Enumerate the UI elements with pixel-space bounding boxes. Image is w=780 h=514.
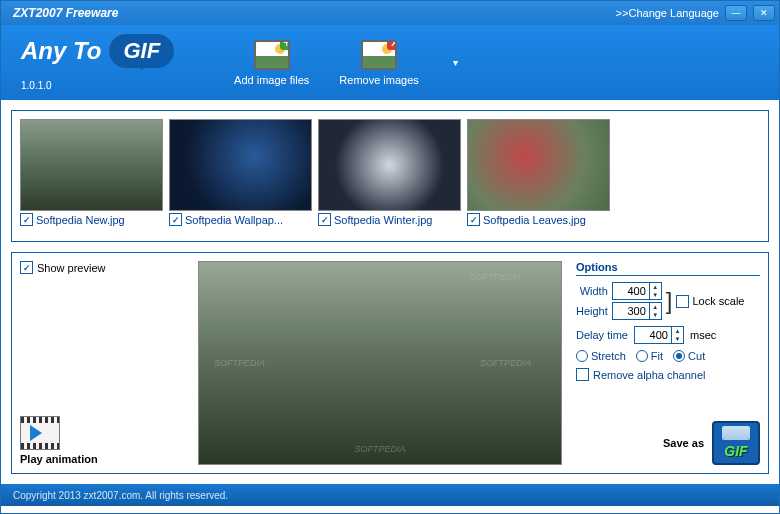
header: Any To GIF 1.0.1.0 + Add image files ✕ R… <box>1 25 779 100</box>
version-label: 1.0.1.0 <box>21 80 174 91</box>
thumbnail-image <box>467 119 610 211</box>
show-preview-checkbox[interactable]: ✓ <box>20 261 33 274</box>
thumbnail-filename: Softpedia Wallpap... <box>185 214 283 226</box>
delay-value[interactable] <box>635 327 671 343</box>
brand-gif: GIF <box>109 34 174 68</box>
add-images-button[interactable]: + Add image files <box>234 40 309 86</box>
height-up[interactable]: ▲ <box>650 303 661 311</box>
minimize-button[interactable]: — <box>725 5 747 21</box>
width-value[interactable] <box>613 283 649 299</box>
film-icon <box>20 416 60 450</box>
thumbnail-checkbox[interactable]: ✓ <box>318 213 331 226</box>
lock-scale-checkbox[interactable] <box>676 295 689 308</box>
thumbnail-checkbox[interactable]: ✓ <box>467 213 480 226</box>
show-preview-row: ✓ Show preview <box>20 261 190 274</box>
thumbnail-item[interactable]: ✓ Softpedia Winter.jpg <box>318 119 461 233</box>
footer: Copyright 2013 zxt2007.com. All rights r… <box>1 484 779 506</box>
thumbnail-image <box>169 119 312 211</box>
remove-alpha-label: Remove alpha channel <box>593 369 706 381</box>
titlebar: ZXT2007 Freeware >>Change Language — ✕ <box>1 1 779 25</box>
thumbnail-checkbox[interactable]: ✓ <box>20 213 33 226</box>
watermark: SOFTPEDIA <box>470 272 521 282</box>
lock-bracket: ] <box>666 283 673 319</box>
thumbnail-item[interactable]: ✓ Softpedia Leaves.jpg <box>467 119 610 233</box>
close-button[interactable]: ✕ <box>753 5 775 21</box>
toolbar-dropdown-arrow[interactable]: ▾ <box>449 57 462 68</box>
height-input[interactable]: ▲▼ <box>612 302 662 320</box>
stretch-radio[interactable]: Stretch <box>576 350 626 362</box>
height-down[interactable]: ▼ <box>650 311 661 319</box>
thumbnail-filename: Softpedia Winter.jpg <box>334 214 432 226</box>
watermark: SOFTPEDIA <box>480 358 531 368</box>
fit-radio[interactable]: Fit <box>636 350 663 362</box>
remove-images-button[interactable]: ✕ Remove images <box>339 40 418 86</box>
delay-label: Delay time <box>576 329 628 341</box>
remove-images-label: Remove images <box>339 74 418 86</box>
scale-mode-radios: Stretch Fit Cut <box>576 350 760 362</box>
change-language-link[interactable]: >>Change Language <box>616 7 719 19</box>
remove-alpha-checkbox[interactable] <box>576 368 589 381</box>
width-label: Width <box>580 285 608 297</box>
play-animation-button[interactable]: Play animation <box>20 416 190 465</box>
delay-down[interactable]: ▼ <box>672 335 683 343</box>
width-up[interactable]: ▲ <box>650 283 661 291</box>
lock-scale-label: Lock scale <box>692 295 744 307</box>
preview-left-col: ✓ Show preview Play animation <box>20 261 190 465</box>
thumbnail-filename: Softpedia Leaves.jpg <box>483 214 586 226</box>
thumbnail-list: ✓ Softpedia New.jpg ✓ Softpedia Wallpap.… <box>11 110 769 242</box>
brand: Any To GIF 1.0.1.0 <box>21 34 174 91</box>
height-value[interactable] <box>613 303 649 319</box>
options-panel: Options Width ▲▼ Height ▲▼ <box>570 261 760 465</box>
thumbnail-image <box>318 119 461 211</box>
preview-image: SOFTPEDIA SOFTPEDIA SOFTPEDIA SOFTPEDIA <box>198 261 562 465</box>
thumbnail-image <box>20 119 163 211</box>
add-image-icon: + <box>254 40 290 70</box>
show-preview-label: Show preview <box>37 262 105 274</box>
save-as-button[interactable]: GIF <box>712 421 760 465</box>
play-animation-label: Play animation <box>20 453 98 465</box>
height-label: Height <box>576 305 608 317</box>
thumbnail-checkbox[interactable]: ✓ <box>169 213 182 226</box>
thumbnail-item[interactable]: ✓ Softpedia Wallpap... <box>169 119 312 233</box>
thumbnail-item[interactable]: ✓ Softpedia New.jpg <box>20 119 163 233</box>
width-input[interactable]: ▲▼ <box>612 282 662 300</box>
delay-unit: msec <box>690 329 716 341</box>
width-down[interactable]: ▼ <box>650 291 661 299</box>
copyright-text: Copyright 2013 zxt2007.com. All rights r… <box>13 490 228 501</box>
delay-input[interactable]: ▲▼ <box>634 326 684 344</box>
add-images-label: Add image files <box>234 74 309 86</box>
cut-radio[interactable]: Cut <box>673 350 705 362</box>
thumbnail-filename: Softpedia New.jpg <box>36 214 125 226</box>
save-gif-icon-text: GIF <box>724 443 747 459</box>
delay-up[interactable]: ▲ <box>672 327 683 335</box>
lower-panel: ✓ Show preview Play animation SOFTPEDIA … <box>11 252 769 474</box>
brand-any-to: Any To <box>21 37 101 65</box>
watermark: SOFTPEDIA <box>214 358 265 368</box>
remove-image-icon: ✕ <box>361 40 397 70</box>
toolbar: + Add image files ✕ Remove images ▾ <box>234 40 462 86</box>
save-as-label: Save as <box>663 437 704 449</box>
watermark: SOFTPEDIA <box>354 444 405 454</box>
app-title: ZXT2007 Freeware <box>5 6 118 20</box>
options-title: Options <box>576 261 760 276</box>
